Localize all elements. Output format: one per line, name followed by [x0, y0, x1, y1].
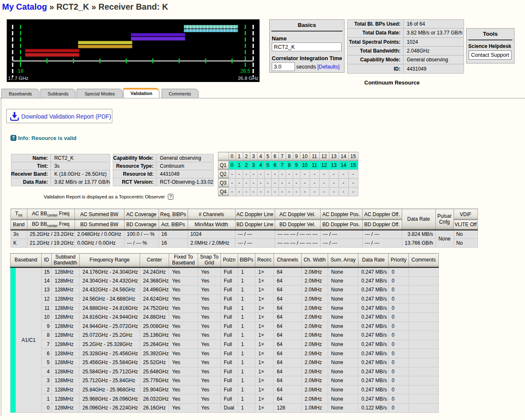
- svg-text:26.8 GHz: 26.8 GHz: [238, 76, 258, 81]
- svg-text:26.5: 26.5: [240, 68, 250, 74]
- svg-text:17.7 GHz: 17.7 GHz: [8, 76, 29, 81]
- svg-text:18: 18: [18, 68, 24, 74]
